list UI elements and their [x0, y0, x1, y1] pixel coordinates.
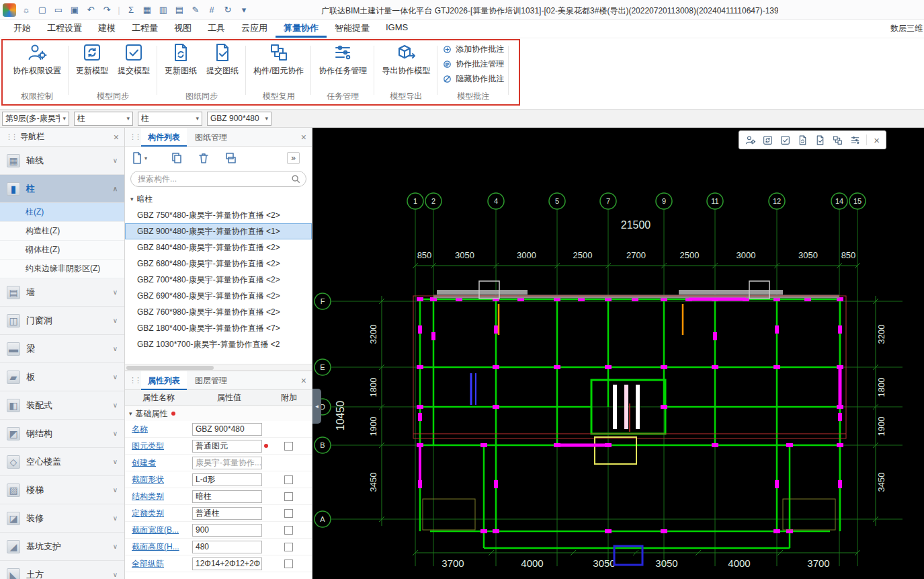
update-model-button[interactable]: 更新模型: [73, 40, 111, 77]
redo-icon[interactable]: ↷: [99, 3, 114, 17]
component-item[interactable]: GBZ 1030*700-康昊宇-算量协作直播 <2: [125, 336, 312, 352]
sidebar-item-hollow-slab[interactable]: ◇空心楼盖∨: [0, 448, 124, 476]
component-grip-icon[interactable]: ⋮⋮: [129, 132, 140, 141]
component-item[interactable]: GBZ 840*480-康昊宇-算量协作直播 <2>: [125, 239, 312, 256]
attach-checkbox[interactable]: [284, 559, 293, 568]
close-icon[interactable]: ×: [114, 132, 119, 143]
property-close-icon[interactable]: ×: [301, 375, 308, 386]
property-tab-1[interactable]: 图层管理: [188, 371, 234, 390]
view-quantity-icon[interactable]: ▦: [140, 3, 155, 17]
property-name[interactable]: 创建者: [125, 457, 192, 469]
property-name[interactable]: 截面形状: [125, 474, 192, 486]
new-component-icon[interactable]: [130, 151, 144, 165]
property-grip-icon[interactable]: ⋮⋮: [129, 376, 140, 385]
property-value-input[interactable]: GBZ 900*480: [192, 423, 262, 436]
menu-tab-9[interactable]: IGMS: [378, 20, 416, 38]
submit-model-icon[interactable]: [777, 132, 793, 147]
property-name[interactable]: 截面宽度(B...: [125, 525, 192, 536]
property-value-input[interactable]: 暗柱: [192, 490, 262, 503]
attach-checkbox[interactable]: [284, 543, 293, 551]
property-name[interactable]: 全部纵筋: [125, 558, 192, 570]
scrollbar-thumb[interactable]: [126, 366, 214, 370]
submit-drawing-icon[interactable]: [812, 132, 828, 147]
sidebar-subitem-structural-column-z[interactable]: 构造柱(Z): [0, 222, 124, 241]
attach-checkbox[interactable]: [284, 526, 293, 535]
drag-grip-icon[interactable]: ⋮⋮: [5, 132, 16, 141]
component-element-collab-button[interactable]: 构件/图元协作: [251, 40, 306, 77]
component-item[interactable]: GBZ 700*480-康昊宇-算量协作直播 <2>: [125, 272, 312, 288]
sidebar-item-slab[interactable]: ▰板∨: [0, 363, 124, 391]
interlayer-copy-icon[interactable]: [224, 151, 237, 165]
update-model-icon[interactable]: [759, 132, 775, 147]
sidebar-item-column[interactable]: ▮柱∧: [0, 175, 124, 203]
menu-tab-4[interactable]: 视图: [166, 20, 200, 38]
attach-checkbox[interactable]: [284, 492, 293, 501]
collab-permission-icon[interactable]: [742, 132, 758, 147]
sidebar-item-axis[interactable]: ▦轴线∨: [0, 147, 124, 175]
property-name[interactable]: 结构类别: [125, 491, 192, 502]
horizontal-scrollbar[interactable]: [125, 364, 312, 371]
search-input[interactable]: [130, 171, 306, 187]
component-group-header[interactable]: ▾暗柱: [125, 191, 312, 207]
type-selector[interactable]: 柱▾: [138, 112, 202, 126]
calc-expression-icon[interactable]: ▥: [156, 3, 171, 17]
sidebar-item-decoration[interactable]: ◪装修∨: [0, 504, 124, 533]
collab-permission-button[interactable]: 协作权限设置: [10, 40, 64, 77]
component-collab-icon[interactable]: [829, 132, 845, 147]
draw-icon[interactable]: ✎: [188, 3, 203, 17]
sidebar-item-steel[interactable]: ◩钢结构∨: [0, 420, 124, 448]
manage-collab-note-button[interactable]: 协作批注管理: [442, 59, 504, 70]
save-icon[interactable]: ▣: [67, 3, 82, 17]
sidebar-subitem-confined-edge-zone-z[interactable]: 约束边缘非阴影区(Z): [0, 260, 124, 278]
sidebar-item-wall[interactable]: ▤墙∨: [0, 278, 124, 307]
open-folder-icon[interactable]: ▭: [51, 3, 66, 17]
submit-drawing-button[interactable]: 提交图纸: [204, 40, 241, 77]
more-tools-button[interactable]: »: [287, 152, 300, 164]
component-item[interactable]: GBZ 750*480-康昊宇-算量协作直播 <2>: [125, 207, 312, 223]
component-close-icon[interactable]: ×: [301, 132, 308, 143]
component-item[interactable]: GBZ 690*480-康昊宇-算量协作直播 <2>: [125, 288, 312, 304]
menu-tab-3[interactable]: 工程量: [124, 20, 166, 38]
update-drawing-icon[interactable]: [794, 132, 810, 147]
axis-grid-icon[interactable]: #: [204, 3, 219, 17]
property-value-input[interactable]: 12Φ14+2Φ12+2Φ: [192, 557, 262, 570]
category-selector[interactable]: 柱▾: [74, 112, 133, 126]
component-item[interactable]: GBZ 180*400-康昊宇-算量协作直播 <7>: [125, 320, 312, 336]
sidebar-item-door-window[interactable]: ◫门窗洞∨: [0, 307, 124, 335]
hide-collab-note-button[interactable]: 隐藏协作批注: [442, 73, 504, 85]
property-group-header[interactable]: ▾ 基础属性: [125, 406, 312, 421]
property-name[interactable]: 图元类型: [125, 440, 192, 452]
settings-icon[interactable]: ☼: [19, 3, 34, 17]
menu-tab-5[interactable]: 工具: [200, 20, 233, 38]
panel-collapse-arrow[interactable]: ◂: [312, 389, 321, 424]
drawing-canvas[interactable]: 8503050300025002700250030003050850215003…: [312, 128, 924, 579]
property-value-input[interactable]: 480: [192, 541, 262, 553]
undo-icon[interactable]: ↶: [83, 3, 98, 17]
floor-3d-button[interactable]: 数层三维: [890, 23, 923, 34]
close-icon[interactable]: ×: [870, 134, 883, 146]
chevron-down-icon[interactable]: ▾: [144, 155, 147, 161]
sidebar-item-beam[interactable]: ▬梁∨: [0, 335, 124, 363]
sidebar-subitem-column-z[interactable]: 柱(Z): [0, 203, 124, 222]
property-value-input[interactable]: 普通图元: [192, 440, 262, 453]
attach-checkbox[interactable]: [284, 475, 293, 484]
attach-checkbox[interactable]: [284, 442, 293, 451]
more-icon[interactable]: ▾: [237, 3, 251, 17]
summary-calc-icon[interactable]: Σ: [124, 3, 138, 17]
property-name[interactable]: 定额类别: [125, 508, 192, 519]
menu-tab-0[interactable]: 开始: [5, 20, 39, 38]
component-selector[interactable]: GBZ 900*480▾: [207, 112, 271, 126]
component-item[interactable]: GBZ 760*980-康昊宇-算量协作直播 <2>: [125, 304, 312, 320]
sidebar-item-earthwork[interactable]: ◣土方∨: [0, 561, 124, 579]
delete-component-icon[interactable]: [197, 151, 210, 165]
sidebar-subitem-masonry-column-z[interactable]: 砌体柱(Z): [0, 241, 124, 260]
property-value-input[interactable]: 康昊宇-算量协作...: [192, 457, 262, 469]
submit-model-button[interactable]: 提交模型: [115, 40, 153, 77]
property-name[interactable]: 名称: [125, 424, 192, 435]
export-collab-model-button[interactable]: 导出协作模型: [379, 40, 433, 77]
cad-drawing[interactable]: 8503050300025002700250030003050850215003…: [312, 128, 924, 579]
sidebar-item-stair[interactable]: ▨楼梯∨: [0, 476, 124, 504]
component-tab-1[interactable]: 图纸管理: [188, 128, 234, 147]
table-icon[interactable]: ▤: [172, 3, 187, 17]
property-tab-0[interactable]: 属性列表: [141, 371, 187, 390]
